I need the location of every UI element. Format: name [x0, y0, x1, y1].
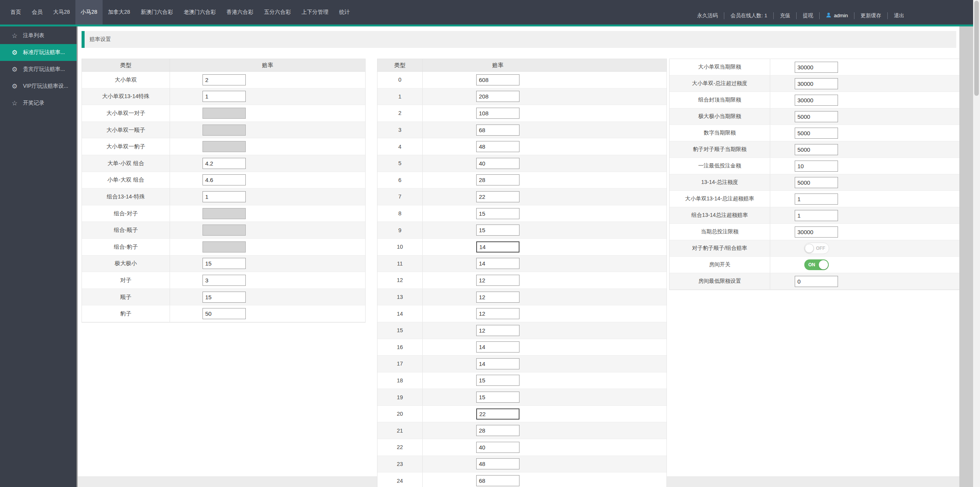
limit-input[interactable] [795, 193, 838, 205]
nav-tab[interactable]: 加拿大28 [103, 0, 136, 25]
sidebar-item[interactable]: 贵宾厅玩法赔率... [0, 61, 77, 78]
topbar-link[interactable]: 提现 [796, 12, 819, 19]
nav-tab[interactable]: 新澳门六合彩 [136, 0, 178, 25]
nav-tab-label: 加拿大28 [108, 9, 130, 16]
odds-input[interactable] [476, 108, 519, 119]
topbar-link[interactable]: admin [819, 12, 854, 19]
sidebar-item[interactable]: VIP厅玩法赔率设... [0, 78, 77, 95]
nav-tab[interactable]: 首页 [5, 0, 26, 25]
odds-input[interactable] [476, 341, 519, 353]
odds-row: 大单-小双 组合 [82, 155, 365, 172]
toggle-switch[interactable]: ON [804, 259, 829, 270]
limit-label: 大小单双当期限额 [670, 59, 770, 75]
sidebar: 注单列表 标准厅玩法赔率... 贵宾厅玩法赔率... VIP厅玩法赔率设... … [0, 26, 78, 487]
odds-input[interactable] [203, 308, 246, 319]
odds-input[interactable] [203, 108, 246, 119]
odds-row: 组合13-14-特殊 [82, 189, 365, 205]
odds-input[interactable] [203, 225, 246, 236]
odds-type-label: 9 [377, 222, 423, 238]
odds-input[interactable] [476, 74, 519, 85]
nav-tab[interactable]: 老澳门六合彩 [178, 0, 221, 25]
odds-input[interactable] [476, 358, 519, 369]
limit-input[interactable] [795, 111, 838, 122]
odds-input[interactable] [203, 275, 246, 286]
odds-row: 20 [377, 406, 666, 423]
right-panel-edge [959, 26, 973, 487]
topbar-link[interactable]: 永久活码 [691, 12, 724, 19]
limit-input[interactable] [795, 128, 838, 139]
limit-input[interactable] [795, 226, 838, 238]
odds-input[interactable] [203, 125, 246, 136]
odds-input[interactable] [476, 241, 519, 253]
limit-input[interactable] [795, 276, 838, 287]
limit-input[interactable] [795, 161, 838, 172]
topbar-link-label: 提现 [803, 12, 813, 19]
toggle-switch[interactable]: OFF [804, 243, 829, 254]
odds-input[interactable] [476, 275, 519, 286]
limit-input[interactable] [795, 144, 838, 155]
odds-input[interactable] [476, 308, 519, 319]
odds-input[interactable] [476, 91, 519, 102]
odds-input[interactable] [203, 141, 246, 152]
odds-input[interactable] [203, 241, 246, 253]
odds-input[interactable] [203, 208, 246, 219]
odds-input[interactable] [203, 174, 246, 185]
vertical-scrollbar[interactable] [973, 0, 980, 487]
odds-input[interactable] [203, 158, 246, 169]
limit-input[interactable] [795, 78, 838, 89]
odds-row: 14 [377, 305, 666, 322]
limit-input[interactable] [795, 177, 838, 188]
nav-tab[interactable]: 大马28 [48, 0, 75, 25]
limit-input[interactable] [795, 62, 838, 73]
odds-type-label: 19 [377, 389, 423, 405]
odds-input[interactable] [476, 125, 519, 136]
sidebar-item[interactable]: 标准厅玩法赔率... [0, 44, 77, 61]
vertical-scrollbar-thumb[interactable] [974, 1, 979, 96]
odds-row: 8 [377, 205, 666, 222]
odds-input[interactable] [476, 475, 519, 486]
odds-input[interactable] [476, 392, 519, 403]
odds-input[interactable] [203, 191, 246, 202]
topbar-link[interactable]: 充值 [773, 12, 796, 19]
number-odds-table: 类型 赔率 0 1 2 3 [377, 59, 667, 487]
nav-tab[interactable]: 五分六合彩 [259, 0, 296, 25]
nav-tab[interactable]: 统计 [334, 0, 355, 25]
odds-type-label: 大小单双13-14特殊 [82, 89, 170, 105]
odds-input[interactable] [476, 191, 519, 202]
sidebar-item[interactable]: 注单列表 [0, 27, 77, 44]
odds-row: 6 [377, 172, 666, 189]
limit-input[interactable] [795, 210, 838, 221]
odds-input[interactable] [203, 292, 246, 303]
odds-row: 10 [377, 239, 666, 256]
odds-input[interactable] [203, 91, 246, 102]
nav-tab[interactable]: 上下分管理 [296, 0, 334, 25]
odds-input[interactable] [476, 425, 519, 436]
topbar-link[interactable]: 退出 [887, 12, 910, 19]
odds-input[interactable] [476, 458, 519, 469]
odds-input[interactable] [476, 325, 519, 336]
odds-input[interactable] [476, 375, 519, 386]
topbar-link[interactable]: 更新缓存 [854, 12, 887, 19]
odds-input[interactable] [476, 158, 519, 169]
odds-input[interactable] [476, 442, 519, 453]
odds-row: 极大极小 [82, 256, 365, 272]
odds-input[interactable] [203, 74, 246, 85]
sidebar-item[interactable]: 开奖记录 [0, 95, 77, 112]
topbar-link[interactable]: 会员在线人数: 1 [724, 12, 773, 19]
nav-tab[interactable]: 会员 [26, 0, 48, 25]
odds-input[interactable] [476, 408, 519, 420]
odds-type-label: 7 [377, 189, 423, 205]
odds-input[interactable] [476, 208, 519, 219]
nav-tab[interactable]: 香港六合彩 [221, 0, 259, 25]
odds-type-label: 大小单双一对子 [82, 105, 170, 121]
nav-tab[interactable]: 小马28 [75, 0, 103, 25]
odds-input[interactable] [476, 174, 519, 185]
odds-input[interactable] [476, 225, 519, 236]
limit-input[interactable] [795, 95, 838, 106]
odds-input[interactable] [476, 292, 519, 303]
odds-input[interactable] [203, 258, 246, 269]
odds-input[interactable] [476, 258, 519, 269]
limit-label: 极大极小当期限额 [670, 108, 770, 125]
odds-input[interactable] [476, 141, 519, 152]
sidebar-item-label: 注单列表 [23, 32, 44, 39]
